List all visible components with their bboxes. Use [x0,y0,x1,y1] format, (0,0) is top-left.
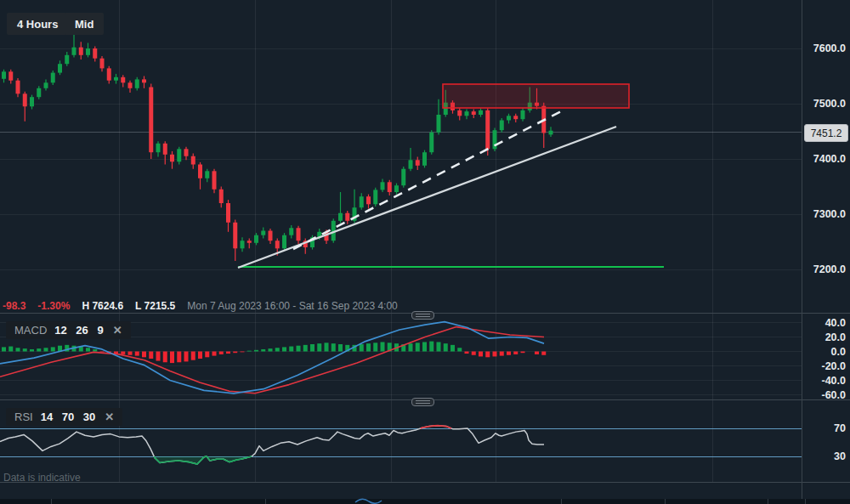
indicator-tick-label: 30 [834,450,846,462]
candle-body [247,241,252,243]
macd-histogram-bar [37,348,41,351]
price-tick-label: 7500.0 [813,98,846,110]
indicator-tick-label: 20.0 [825,331,846,343]
macd-histogram-bar [23,348,27,351]
macd-histogram-bar [493,352,497,357]
panel-resize-handle-rsi[interactable] [411,398,434,406]
macd-histogram-bar [429,342,434,352]
timeframe-label: 4 Hours [17,18,58,31]
candle-body [93,48,97,59]
macd-histogram-bar [457,348,462,351]
candle-body [416,160,420,166]
candle-body [16,81,20,94]
macd-params: 12 26 9 [54,324,103,337]
macd-histogram-bar [485,352,490,358]
indicator-tick-label: 0.0 [831,346,846,358]
candle-body [219,190,224,203]
candle-body [500,121,504,131]
macd-histogram-bar [198,352,202,360]
chart-canvas[interactable] [0,0,850,504]
macd-histogram-bar [303,345,308,352]
price-tick-label: 7600.0 [813,42,846,54]
macd-histogram-bar [170,352,174,364]
macd-histogram-bar [513,352,518,354]
candle-body [366,196,371,204]
candle-body [212,171,217,189]
change-value: -98.3 [3,300,26,312]
candle-body [485,110,490,150]
trendline-solid[interactable] [238,127,616,268]
macd-histogram-bar [450,345,455,352]
candle-body [261,231,265,235]
macd-histogram-bar [184,352,189,362]
macd-histogram-bar [366,343,371,351]
macd-histogram-bar [507,352,511,355]
macd-histogram-bar [373,343,377,351]
candle-body [184,149,189,156]
time-axis[interactable]: Aug 2023Mon 14Mon 21Mon 28Sep 2023Mon 11 [0,483,850,504]
macd-histogram-bar [51,347,55,351]
macd-histogram-bar [541,352,546,355]
candle-body [422,152,427,166]
macd-histogram-bar [269,348,273,351]
macd-histogram-bar [100,352,105,353]
macd-histogram-bar [261,349,265,352]
timeframe-button[interactable]: 4 Hours [7,13,68,35]
candle-body [282,235,286,249]
macd-histogram-bar [86,348,90,351]
rsi-close-icon[interactable]: ✕ [105,411,114,423]
price-axis[interactable]: 7600.07500.07400.07300.07200.040.020.00.… [802,0,850,483]
candle-body [100,59,105,69]
price-tick-label: 7200.0 [813,263,846,275]
candle-body [409,160,413,168]
candle-body [338,213,343,221]
candle-body [163,144,167,155]
candle-body [465,111,469,116]
candle-body [394,185,399,192]
macd-histogram-bar [332,343,336,351]
macd-histogram-bar [241,352,245,353]
panel-resize-handle-macd[interactable] [411,311,434,320]
rsi-legend: RSI 14 70 30 ✕ [6,408,122,426]
candle-body [65,55,69,64]
macd-close-icon[interactable]: ✕ [113,324,122,337]
indicator-tick-label: -40.0 [822,375,847,387]
indicator-tick-label: 40.0 [825,317,846,329]
macd-histogram-bar [325,343,329,351]
candle-body [205,171,209,178]
candle-body [381,182,385,190]
candle-body [30,97,34,106]
macd-histogram-bar [338,344,343,352]
macd-histogram-bar [128,352,133,355]
resistance-zone-box[interactable] [443,84,629,108]
macd-histogram-bar [191,352,196,360]
macd-histogram-bar [479,352,483,357]
candle-body [44,82,48,88]
macd-histogram-bar [142,352,146,358]
candle-body [226,203,230,223]
macd-histogram-bar [444,343,448,351]
macd-histogram-bar [409,343,413,351]
candle-body [86,48,90,55]
candle-body [114,77,118,81]
indicator-tick-label: 70 [834,422,846,434]
candle-body [479,110,483,115]
macd-histogram-bar [44,348,48,351]
candle-body [241,241,245,248]
data-indicative-note: Data is indicative [3,472,81,484]
price-tick-label: 7400.0 [813,153,846,165]
macd-histogram-bar [212,352,217,356]
macd-histogram-bar [149,352,153,360]
macd-histogram-bar [317,343,321,351]
candle-body [345,213,349,221]
candle-body [457,110,462,116]
macd-histogram-bar [297,346,301,352]
price-type-button[interactable]: Mid [65,13,104,35]
candle-body [58,64,62,72]
candle-body [297,228,301,241]
candle-body [549,131,553,135]
macd-histogram-bar [500,352,504,356]
rsi-title: RSI [14,411,33,423]
candle-body [360,196,364,207]
rsi-params: 14 70 30 [41,411,96,423]
